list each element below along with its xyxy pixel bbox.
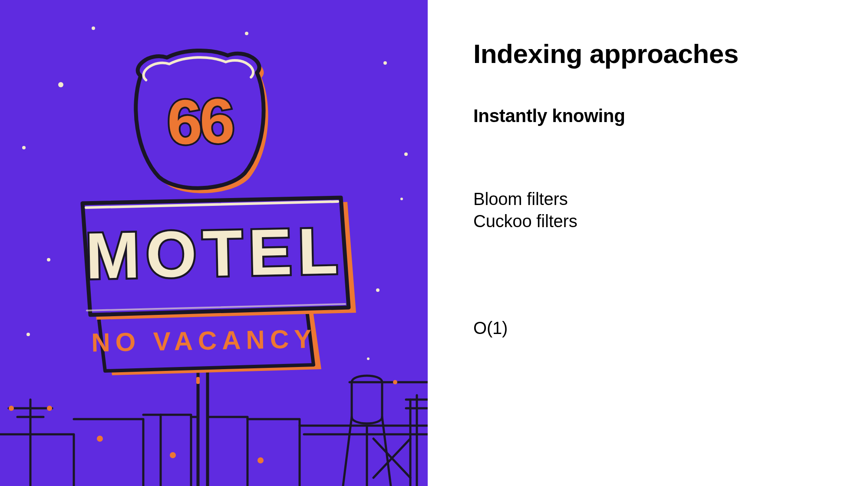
svg-point-5	[404, 152, 408, 156]
svg-point-1	[92, 26, 95, 30]
svg-point-6	[47, 258, 50, 261]
body-line: Cuckoo filters	[473, 210, 851, 232]
body-block-1: Bloom filters Cuckoo filters	[473, 188, 851, 232]
svg-point-9	[367, 357, 370, 360]
no-vacancy-text: NO VACANCY	[91, 324, 317, 357]
svg-point-2	[245, 32, 248, 35]
svg-point-12	[47, 406, 52, 411]
svg-point-15	[257, 457, 264, 463]
content-panel: Indexing approaches Instantly knowing Bl…	[428, 0, 868, 486]
body-block-2: O(1)	[473, 317, 851, 339]
motel-sign-illustration: NO VACANCY MOTEL	[0, 0, 428, 486]
svg-point-0	[58, 82, 63, 87]
svg-point-11	[9, 406, 14, 411]
illustration-panel: NO VACANCY MOTEL	[0, 0, 428, 486]
body-line: Bloom filters	[473, 188, 851, 210]
svg-point-3	[383, 61, 387, 65]
svg-point-10	[400, 198, 403, 200]
svg-point-8	[26, 333, 30, 336]
route-number: 66	[166, 85, 234, 158]
svg-point-13	[97, 436, 103, 442]
slide-title: Indexing approaches	[473, 39, 851, 69]
svg-point-16	[393, 380, 397, 384]
svg-point-4	[22, 146, 26, 149]
slide: NO VACANCY MOTEL	[0, 0, 868, 486]
svg-rect-18	[196, 377, 200, 384]
svg-point-7	[376, 288, 380, 292]
svg-point-14	[170, 452, 176, 458]
slide-subtitle: Instantly knowing	[473, 105, 851, 127]
motel-text: MOTEL	[85, 214, 344, 292]
